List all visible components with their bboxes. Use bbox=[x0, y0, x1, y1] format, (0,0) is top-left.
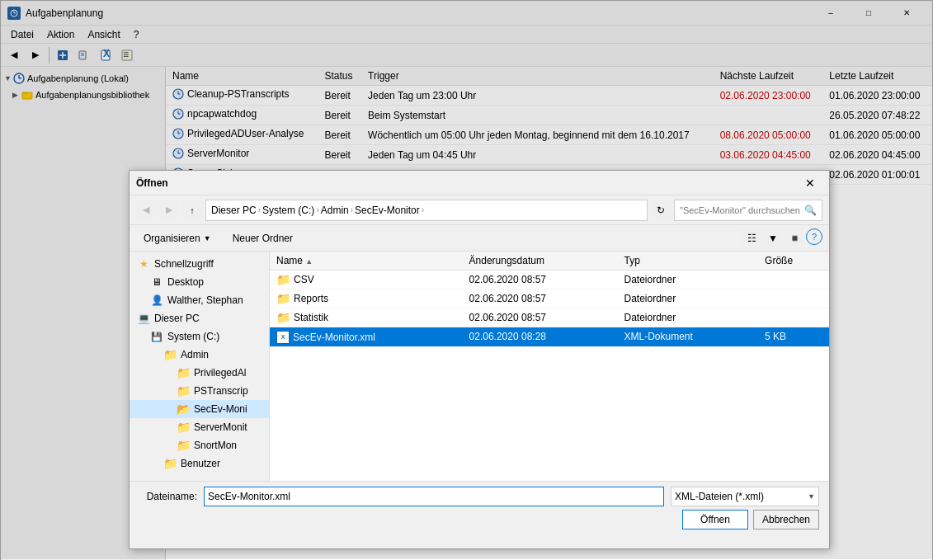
file-size bbox=[758, 289, 829, 308]
open-button[interactable]: Öffnen bbox=[682, 510, 748, 529]
view-large-button[interactable]: ◾ bbox=[785, 228, 804, 248]
folder-icon: 📁 bbox=[276, 273, 290, 286]
refresh-button[interactable]: ↻ bbox=[651, 200, 671, 220]
file-col-name[interactable]: Name ▲ bbox=[270, 252, 463, 271]
organize-chevron: ▼ bbox=[204, 234, 211, 242]
file-name: 📁Statistik bbox=[270, 308, 463, 327]
view-chevron-button[interactable]: ▼ bbox=[763, 228, 783, 248]
new-folder-button[interactable]: Neuer Ordner bbox=[225, 229, 300, 247]
breadcrumb-sep-3: › bbox=[351, 205, 353, 214]
new-folder-label: Neuer Ordner bbox=[233, 233, 293, 244]
breadcrumb-drive: System (C:) bbox=[262, 205, 314, 216]
nav-user[interactable]: 👤 Walther, Stephan bbox=[130, 291, 269, 309]
folder-secev-icon: 📂 bbox=[176, 402, 191, 416]
file-col-type[interactable]: Typ bbox=[617, 252, 758, 271]
breadcrumb-sep-1: › bbox=[258, 205, 261, 214]
file-row[interactable]: 📁Statistik 02.06.2020 08:57 Dateiordner bbox=[270, 308, 829, 327]
nav-up-button[interactable]: ↑ bbox=[182, 200, 202, 220]
pc-icon: 💻 bbox=[136, 312, 151, 325]
nav-privileged[interactable]: 📁 PrivilegedAl bbox=[130, 364, 269, 382]
file-type: XML-Dokument bbox=[617, 327, 758, 347]
file-row[interactable]: XSecEv-Monitor.xml 02.06.2020 08:28 XML-… bbox=[270, 327, 829, 347]
file-date: 02.06.2020 08:28 bbox=[463, 327, 618, 347]
folder-snortmon-icon: 📁 bbox=[176, 439, 191, 452]
search-icon: 🔍 bbox=[804, 205, 817, 216]
folder-icon: 📁 bbox=[276, 311, 290, 324]
nav-secev-label: SecEv-Moni bbox=[194, 403, 247, 415]
file-col-size[interactable]: Größe bbox=[758, 252, 829, 271]
file-name: 📁Reports bbox=[270, 289, 463, 308]
nav-forward-button[interactable]: ▶ bbox=[159, 200, 179, 220]
nav-back-button[interactable]: ◀ bbox=[136, 200, 156, 220]
drive-icon: 💾 bbox=[149, 330, 164, 343]
nav-user-label: Walther, Stephan bbox=[167, 294, 243, 306]
dialog-overlay: Öffnen ✕ ◀ ▶ ↑ Dieser PC › System (C:) ›… bbox=[1, 1, 932, 559]
nav-benutzer[interactable]: 📁 Benutzer bbox=[130, 454, 269, 473]
search-input[interactable] bbox=[680, 205, 801, 215]
nav-thispc[interactable]: 💻 Dieser PC bbox=[130, 309, 269, 327]
file-name: XSecEv-Monitor.xml bbox=[270, 327, 463, 347]
view-list-button[interactable]: ☷ bbox=[742, 228, 761, 248]
nav-secev[interactable]: 📂 SecEv-Moni bbox=[130, 400, 269, 418]
nav-drive-label: System (C:) bbox=[167, 331, 219, 342]
nav-quickaccess[interactable]: ★ Schnellzugriff bbox=[130, 255, 269, 273]
file-name: 📁CSV bbox=[270, 271, 463, 289]
folder-servermonit-icon: 📁 bbox=[176, 421, 191, 434]
dialog-close-button[interactable]: ✕ bbox=[798, 172, 822, 195]
file-size: 5 KB bbox=[758, 327, 829, 347]
file-type: Dateiordner bbox=[617, 271, 758, 289]
nav-snortmon[interactable]: 📁 SnortMon bbox=[130, 436, 269, 454]
folder-icon: 📁 bbox=[276, 292, 290, 305]
breadcrumb-admin: Admin bbox=[321, 205, 349, 216]
nav-thispc-label: Dieser PC bbox=[154, 313, 200, 324]
folder-admin-icon: 📁 bbox=[163, 348, 177, 361]
user-icon: 👤 bbox=[149, 294, 164, 307]
file-date: 02.06.2020 08:57 bbox=[463, 271, 618, 289]
cancel-button[interactable]: Abbrechen bbox=[753, 510, 819, 529]
filename-input[interactable] bbox=[204, 487, 664, 506]
filename-label: Dateiname: bbox=[139, 491, 197, 502]
star-icon: ★ bbox=[136, 257, 151, 271]
view-buttons: ☷ ▼ ◾ ? bbox=[742, 228, 822, 248]
dialog-addressbar: ◀ ▶ ↑ Dieser PC › System (C:) › Admin › … bbox=[130, 195, 829, 225]
file-col-date[interactable]: Änderungsdatum bbox=[463, 252, 618, 271]
nav-pstranscript-label: PSTranscrip bbox=[194, 385, 248, 397]
breadcrumb-pc: Dieser PC bbox=[211, 205, 257, 216]
nav-admin[interactable]: 📁 Admin bbox=[130, 346, 269, 364]
nav-privileged-label: PrivilegedAl bbox=[194, 367, 246, 379]
dialog-titlebar: Öffnen ✕ bbox=[130, 171, 829, 195]
nav-desktop[interactable]: 🖥 Desktop bbox=[130, 273, 269, 291]
dialog-title: Öffnen bbox=[136, 177, 798, 189]
breadcrumb-sep-4: › bbox=[422, 205, 424, 214]
breadcrumb-bar[interactable]: Dieser PC › System (C:) › Admin › SecEv-… bbox=[205, 200, 648, 221]
file-row[interactable]: 📁Reports 02.06.2020 08:57 Dateiordner bbox=[270, 289, 829, 308]
nav-pstranscript[interactable]: 📁 PSTranscrip bbox=[130, 382, 269, 400]
organize-label: Organisieren bbox=[144, 233, 200, 244]
search-box[interactable]: 🔍 bbox=[674, 200, 822, 221]
file-size bbox=[758, 308, 829, 327]
nav-admin-label: Admin bbox=[181, 349, 209, 360]
folder-privileged-icon: 📁 bbox=[176, 366, 191, 379]
file-size bbox=[758, 271, 829, 289]
organize-button[interactable]: Organisieren ▼ bbox=[136, 229, 219, 247]
nav-desktop-label: Desktop bbox=[167, 276, 204, 288]
dialog-nav: ★ Schnellzugriff 🖥 Desktop 👤 Walther, St… bbox=[130, 252, 270, 481]
xml-icon: X bbox=[276, 331, 290, 344]
filetype-chevron: ▼ bbox=[808, 492, 815, 501]
filename-row: Dateiname: XML-Dateien (*.xml) ▼ bbox=[139, 487, 819, 506]
folder-pstranscript-icon: 📁 bbox=[176, 384, 191, 398]
file-type: Dateiordner bbox=[617, 289, 758, 308]
nav-servermonit[interactable]: 📁 ServerMonit bbox=[130, 418, 269, 436]
file-row[interactable]: 📁CSV 02.06.2020 08:57 Dateiordner bbox=[270, 271, 829, 289]
help-button[interactable]: ? bbox=[806, 228, 822, 245]
nav-drive-c[interactable]: 💾 System (C:) bbox=[130, 327, 269, 346]
file-date: 02.06.2020 08:57 bbox=[463, 289, 618, 308]
dialog-file-list: Name ▲ Änderungsdatum Typ Größe 📁CSV 02.… bbox=[270, 252, 829, 481]
folder-benutzer-icon: 📁 bbox=[163, 457, 177, 470]
filetype-select[interactable]: XML-Dateien (*.xml) ▼ bbox=[671, 487, 819, 506]
taskscheduler-window: Aufgabenplanung – □ ✕ Datei Aktion Ansic… bbox=[0, 0, 933, 560]
file-date: 02.06.2020 08:57 bbox=[463, 308, 618, 327]
file-type: Dateiordner bbox=[617, 308, 758, 327]
dialog-footer: Dateiname: XML-Dateien (*.xml) ▼ Öffnen … bbox=[130, 481, 829, 532]
nav-servermonit-label: ServerMonit bbox=[194, 421, 247, 433]
